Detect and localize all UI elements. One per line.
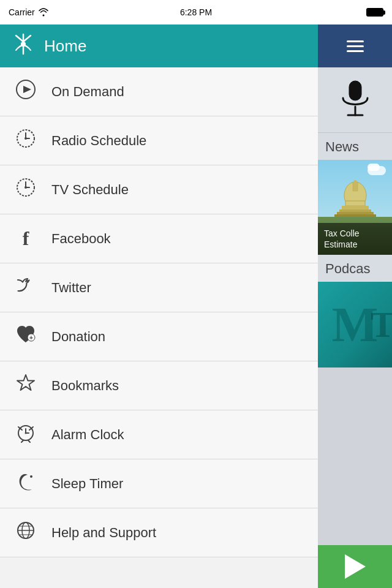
help-support-label: Help and Support [51,525,156,541]
drawer-header: Home [0,24,318,67]
drawer-item-donation[interactable]: + Donation [0,312,318,361]
facebook-label: Facebook [51,231,111,247]
drawer-item-bookmarks[interactable]: Bookmarks [0,361,318,410]
news-card-overlay: Tax Colle Estimate [318,223,392,255]
right-panel: News [318,24,392,588]
on-demand-label: On Demand [51,84,124,100]
drawer-item-help-support[interactable]: Help and Support [0,508,318,557]
facebook-icon: f [12,227,39,250]
play-bar[interactable] [318,545,392,588]
status-bar: Carrier 6:28 PM [0,0,392,24]
svg-text:+: + [29,334,33,341]
globe-icon [12,520,39,545]
antenna-icon [12,33,34,59]
drawer-item-radio-schedule[interactable]: Radio Schedule [0,116,318,165]
status-bar-time: 6:28 PM [180,7,212,17]
hamburger-line-3 [347,50,364,52]
drawer-panel: Home On Demand [0,24,318,588]
sleep-timer-label: Sleep Timer [51,476,123,492]
svg-rect-40 [339,209,371,212]
news-section-label: News [318,133,392,160]
donation-heart-icon: + [12,324,39,349]
svg-marker-6 [23,86,31,93]
play-button-triangle [345,554,366,579]
drawer-item-twitter[interactable]: Twitter [0,263,318,312]
play-circle-icon [12,79,39,104]
right-panel-header [318,24,392,67]
twitter-label: Twitter [51,280,91,296]
drawer-item-alarm-clock[interactable]: Alarm Clock [0,410,318,459]
svg-rect-39 [342,206,369,209]
microphone-icon [339,80,371,123]
status-bar-right [366,8,383,17]
svg-point-10 [24,137,27,140]
moon-icon [12,471,39,496]
podcast-card[interactable]: M T [318,282,392,368]
hamburger-line-2 [347,45,364,47]
drawer-item-facebook[interactable]: f Facebook [0,214,318,263]
microphone-section[interactable] [318,67,392,133]
svg-rect-32 [349,81,361,100]
donation-label: Donation [51,329,105,345]
tv-clock-icon [12,177,39,202]
svg-rect-36 [353,183,358,191]
wifi-icon [39,8,48,17]
svg-marker-17 [17,375,34,390]
drawer-item-sleep-timer[interactable]: Sleep Timer [0,459,318,508]
battery-icon [366,8,383,17]
svg-line-25 [28,440,30,442]
alarm-clock-label: Alarm Clock [51,427,124,443]
news-card-text: Tax Colle Estimate [324,228,386,250]
main-wrapper: Home On Demand [0,24,392,588]
hamburger-line-1 [347,40,364,42]
svg-point-14 [24,186,27,189]
drawer-title: Home [44,37,86,56]
svg-line-3 [23,36,31,42]
hamburger-menu-icon[interactable] [347,40,364,52]
svg-point-21 [25,432,27,434]
svg-rect-38 [345,201,365,206]
star-icon [12,373,39,398]
svg-point-26 [30,475,32,478]
svg-point-37 [353,180,357,184]
svg-line-2 [16,36,23,42]
bookmarks-label: Bookmarks [51,378,119,394]
svg-line-24 [21,440,23,442]
tv-schedule-label: TV Schedule [51,182,129,198]
news-card[interactable]: Tax Colle Estimate [318,160,392,255]
alarm-clock-icon [12,422,39,447]
svg-rect-41 [337,212,374,214]
carrier-label: Carrier [9,7,35,17]
right-panel-content: News [318,67,392,588]
drawer-items: On Demand Radio Schedule [0,67,318,588]
battery-fill [368,9,382,15]
drawer-item-tv-schedule[interactable]: TV Schedule [0,165,318,214]
twitter-icon [12,275,39,300]
podcast-section-label: Podcas [318,255,392,282]
status-bar-left: Carrier [9,7,48,17]
radio-schedule-label: Radio Schedule [51,133,146,149]
radio-clock-icon [12,128,39,153]
drawer-item-on-demand[interactable]: On Demand [0,67,318,116]
